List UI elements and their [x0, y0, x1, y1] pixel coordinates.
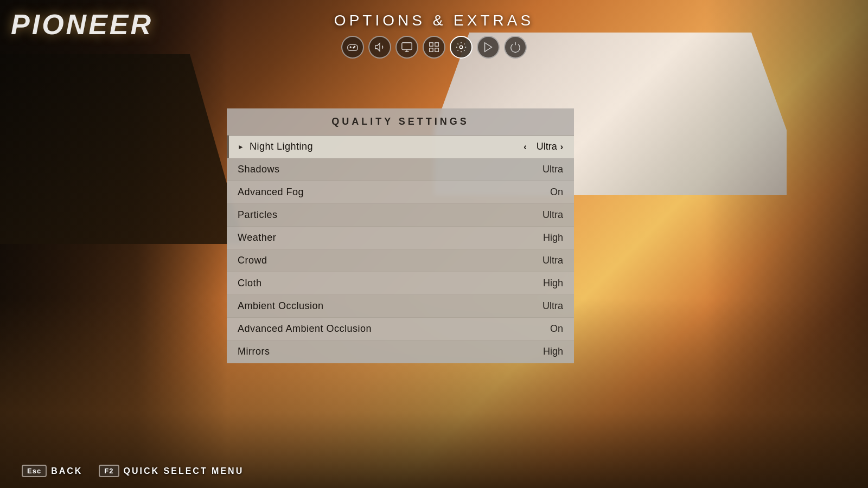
setting-value-container: ‹ Ultra › [524, 141, 563, 152]
svg-rect-0 [348, 44, 358, 50]
setting-item-weather[interactable]: Weather High [227, 227, 574, 249]
header: OPTIONS & EXTRAS [0, 0, 868, 70]
f2-key-badge: F2 [99, 465, 119, 477]
setting-item-ambient-occlusion[interactable]: Ambient Occlusion Ultra [227, 295, 574, 318]
setting-name: Night Lighting [250, 141, 313, 152]
svg-rect-11 [435, 48, 438, 52]
svg-rect-10 [430, 48, 433, 52]
panel-title: QUALITY SETTINGS [331, 116, 469, 127]
setting-name: Particles [238, 209, 278, 221]
quick-select-label: QUICK SELECT MENU [124, 466, 244, 476]
svg-point-3 [354, 46, 355, 47]
setting-name: Weather [238, 232, 276, 243]
gear-icon [455, 41, 467, 53]
setting-item-cloth[interactable]: Cloth High [227, 272, 574, 295]
tab-quality[interactable] [450, 36, 473, 59]
back-label: BACK [51, 466, 82, 476]
setting-value: Ultra [542, 164, 563, 175]
tab-display[interactable] [395, 36, 418, 59]
setting-name: Shadows [238, 164, 280, 175]
page-title: OPTIONS & EXTRAS [334, 12, 534, 29]
setting-value: Ultra [542, 209, 563, 221]
svg-rect-8 [430, 43, 433, 46]
settings-list: ► Night Lighting ‹ Ultra › Shadows Ultra… [227, 136, 574, 363]
power-icon [509, 41, 521, 53]
bottom-controls: Esc BACK F2 QUICK SELECT MENU [22, 465, 244, 477]
svg-marker-13 [485, 43, 492, 52]
setting-value: High [543, 232, 563, 243]
panel-header: QUALITY SETTINGS [227, 108, 574, 136]
svg-point-12 [459, 46, 463, 49]
setting-value: High [543, 278, 563, 289]
setting-item-shadows[interactable]: Shadows Ultra [227, 158, 574, 181]
setting-value: Ultra [542, 255, 563, 266]
setting-value: Ultra [542, 300, 563, 312]
tab-replay[interactable] [477, 36, 500, 59]
setting-name: Cloth [238, 278, 262, 289]
setting-item-mirrors[interactable]: Mirrors High [227, 341, 574, 363]
setting-name: Ambient Occlusion [238, 300, 324, 312]
setting-item-advanced-fog[interactable]: Advanced Fog On [227, 181, 574, 204]
chevron-left-icon[interactable]: ‹ [524, 142, 526, 152]
quick-select-button[interactable]: F2 QUICK SELECT MENU [99, 465, 244, 477]
setting-item-particles[interactable]: Particles Ultra [227, 204, 574, 227]
replay-icon [482, 41, 494, 53]
display-icon [401, 41, 413, 53]
setting-value: On [550, 187, 563, 198]
setting-item-crowd[interactable]: Crowd Ultra [227, 249, 574, 272]
svg-rect-9 [435, 43, 438, 46]
svg-rect-5 [402, 43, 412, 50]
audio-icon [374, 41, 386, 53]
setting-name: Mirrors [238, 346, 270, 357]
back-button[interactable]: Esc BACK [22, 465, 82, 477]
tab-hud[interactable] [423, 36, 445, 59]
setting-item-night-lighting[interactable]: ► Night Lighting ‹ Ultra › [227, 136, 574, 158]
tab-system[interactable] [504, 36, 527, 59]
setting-name: Advanced Fog [238, 187, 304, 198]
setting-value: On [550, 323, 563, 335]
tab-icons-row [341, 36, 527, 59]
active-row-arrow: ► [238, 143, 244, 151]
chevron-right-icon[interactable]: › [560, 142, 563, 152]
svg-point-4 [353, 47, 354, 48]
gamepad-icon [347, 41, 359, 53]
setting-left: ► Night Lighting [238, 141, 313, 152]
setting-name: Crowd [238, 255, 267, 266]
tab-audio[interactable] [368, 36, 391, 59]
quality-settings-panel: QUALITY SETTINGS ► Night Lighting ‹ Ultr… [227, 108, 574, 363]
setting-value: Ultra [530, 141, 557, 152]
setting-name: Advanced Ambient Occlusion [238, 323, 372, 335]
tab-gamepad[interactable] [341, 36, 364, 59]
setting-value: High [543, 346, 563, 357]
esc-key-badge: Esc [22, 465, 47, 477]
setting-item-advanced-ambient-occlusion[interactable]: Advanced Ambient Occlusion On [227, 318, 574, 341]
hud-icon [428, 41, 440, 53]
